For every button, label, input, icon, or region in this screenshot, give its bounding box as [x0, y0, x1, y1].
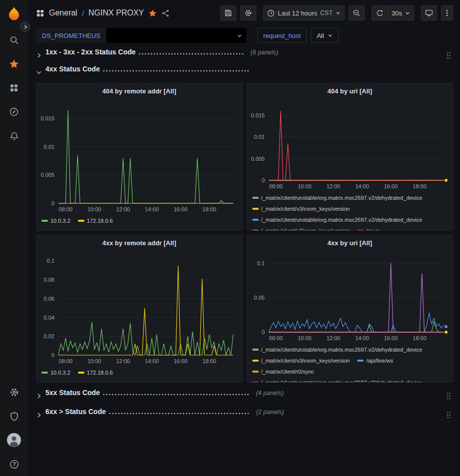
- sidebar-item-explore[interactable]: [0, 100, 28, 124]
- x-axis-tick-label: 10:00: [298, 183, 312, 189]
- row-drag-handle[interactable]: [446, 52, 451, 59]
- legend-item[interactable]: 10.0.3.2: [41, 367, 70, 378]
- svg-text:?: ?: [12, 461, 15, 467]
- more-options-button[interactable]: [441, 5, 453, 20]
- legend-color-swatch: [78, 220, 84, 222]
- breadcrumb-dashboard-title[interactable]: NGINX PROXY: [88, 8, 144, 17]
- row-title: 1xx - 3xx - 2xx Status Code: [45, 48, 136, 56]
- variable-value-request-host[interactable]: All: [311, 28, 338, 43]
- x-axis-tick-label: 16:00: [174, 358, 188, 364]
- legend-item[interactable]: /api/live/ws: [357, 355, 393, 366]
- sidebar-item-server-admin[interactable]: [0, 404, 28, 428]
- y-axis-tick-label: 0.1: [257, 260, 265, 266]
- timeseries-chart[interactable]: 00.050.108:0010:0012:0014:0016:0018:00: [248, 251, 452, 343]
- timeseries-chart[interactable]: 00.0050.010.01508:0010:0012:0014:0016:00…: [248, 99, 452, 191]
- sidebar-item-help[interactable]: ?: [0, 452, 28, 476]
- gear-icon: [9, 388, 19, 397]
- panel-title[interactable]: 404 by uri [All]: [247, 83, 453, 99]
- legend-color-swatch: [41, 372, 48, 374]
- y-axis-tick-label: 0: [262, 329, 265, 335]
- chevron-down-icon: [237, 33, 242, 38]
- row-title-dots: ........................................…: [103, 389, 250, 397]
- panel-4xx-by-remote-addr: 4xx by remote addr [All] 00.020.040.060.…: [36, 235, 243, 383]
- panel-title[interactable]: 4xx by remote addr [All]: [36, 235, 242, 251]
- gear-icon: [244, 9, 252, 17]
- y-axis-tick-label: 0: [262, 177, 265, 183]
- favorite-star-icon[interactable]: [148, 9, 157, 17]
- sidebar-item-alerting[interactable]: [0, 124, 28, 148]
- series-line: [269, 313, 444, 332]
- refresh-interval-dropdown[interactable]: 30s: [388, 5, 414, 20]
- breadcrumb-folder[interactable]: General: [49, 8, 77, 17]
- panel-title[interactable]: 404 by remote addr [All]: [36, 83, 242, 99]
- legend-color-swatch: [252, 349, 259, 351]
- x-axis-tick-label: 14:00: [145, 358, 159, 364]
- variable-label-request-host[interactable]: request_host: [257, 28, 307, 43]
- x-axis-tick-label: 08:00: [58, 206, 72, 212]
- search-icon: [9, 35, 19, 45]
- row-drag-handle[interactable]: [446, 393, 451, 400]
- save-icon: [224, 9, 232, 17]
- apps-grid-icon: [36, 9, 44, 17]
- legend-item[interactable]: /_matrix/client/v3/room_keys/version: [252, 355, 350, 366]
- breadcrumb: General / NGINX PROXY: [36, 8, 170, 17]
- legend-item[interactable]: /_matrix/client/unstable/org.matrix.msc2…: [252, 192, 423, 203]
- y-axis-tick-label: 0.015: [251, 112, 265, 118]
- x-axis-tick-label: 14:00: [355, 183, 369, 189]
- sidebar-item-dashboards[interactable]: [0, 76, 28, 100]
- legend-item[interactable]: /_matrix/client/v3/room_keys/version: [252, 225, 350, 231]
- refresh-interval-label: 30s: [392, 9, 402, 17]
- x-axis-tick-label: 12:00: [116, 358, 130, 364]
- legend-item[interactable]: /_matrix/client/v3/room_keys/version: [252, 203, 350, 214]
- row-header-6xx[interactable]: 6xx > Status Code ......................…: [36, 408, 453, 423]
- sidebar-expand-button[interactable]: [20, 21, 30, 32]
- chevron-right-icon: [36, 412, 42, 418]
- timeseries-chart[interactable]: 00.0050.010.01508:0010:0012:0014:0016:00…: [37, 99, 241, 214]
- chevron-right-icon: [36, 393, 42, 399]
- legend-item[interactable]: 172.18.0.6: [78, 367, 113, 378]
- legend-color-swatch: [252, 371, 259, 373]
- row-drag-handle[interactable]: [446, 412, 451, 419]
- sidebar-item-configuration[interactable]: [0, 380, 28, 404]
- share-icon[interactable]: [161, 9, 170, 17]
- zoom-out-icon: [353, 9, 361, 17]
- sidebar-bottom-group: ?: [0, 380, 28, 476]
- x-axis-tick-label: 18:00: [413, 183, 427, 189]
- legend-item[interactable]: /_matrix/client/unstable/org.matrix.msc2…: [252, 344, 423, 355]
- cycle-view-mode-button[interactable]: [421, 5, 437, 20]
- sidebar-item-starred[interactable]: [0, 52, 28, 76]
- timeseries-chart[interactable]: 00.020.040.060.080.108:0010:0012:0014:00…: [37, 251, 241, 366]
- dashboard-settings-button[interactable]: [240, 5, 256, 20]
- x-axis-tick-label: 08:00: [58, 358, 72, 364]
- dashboard-header: General / NGINX PROXY: [28, 0, 460, 26]
- save-dashboard-button[interactable]: [220, 5, 236, 20]
- legend-item[interactable]: /_matrix/client/unstable/org.matrix.msc2…: [252, 377, 423, 383]
- legend-item[interactable]: 172.18.0.6: [78, 215, 113, 226]
- legend-item[interactable]: /sw.js: [357, 225, 380, 231]
- row-header-5xx[interactable]: 5xx Status Code ........................…: [36, 389, 453, 404]
- panel-title[interactable]: 4xx by uri [All]: [247, 235, 453, 251]
- time-range-picker[interactable]: Last 12 hours CST: [263, 5, 345, 20]
- time-zoom-out-button[interactable]: [349, 5, 365, 20]
- time-range-label: Last 12 hours: [278, 9, 317, 17]
- legend-item[interactable]: /_matrix/client/unstable/org.matrix.msc2…: [252, 214, 423, 225]
- monitor-icon: [425, 9, 433, 17]
- row-header-4xx[interactable]: 4xx Status Code ........................…: [36, 65, 453, 80]
- legend-item[interactable]: 10.0.3.2: [41, 215, 70, 226]
- row-panel-count: (2 panels): [256, 409, 284, 416]
- row-title: 4xx Status Code: [45, 65, 100, 73]
- legend-color-swatch: [252, 230, 259, 231]
- series-line: [269, 322, 444, 332]
- dashboard-body: 1xx - 3xx - 2xx Status Code ............…: [28, 45, 460, 476]
- legend-color-swatch: [357, 230, 364, 231]
- row-header-1xx-3xx-2xx[interactable]: 1xx - 3xx - 2xx Status Code ............…: [36, 48, 453, 63]
- legend-item[interactable]: /_matrix/client/r0/sync: [252, 366, 314, 377]
- legend-label: 172.18.0.6: [87, 215, 113, 226]
- refresh-button[interactable]: [372, 5, 388, 20]
- grafana-logo-icon[interactable]: [5, 6, 22, 23]
- variable-value-ds-prometheus[interactable]: [106, 28, 246, 43]
- panel-404-by-uri: 404 by uri [All] 00.0050.010.01508:0010:…: [247, 83, 454, 231]
- variable-label-ds-prometheus[interactable]: DS_PROMETHEUS: [36, 28, 106, 43]
- series-end-dot: [445, 179, 448, 182]
- sidebar-item-profile[interactable]: [0, 428, 28, 452]
